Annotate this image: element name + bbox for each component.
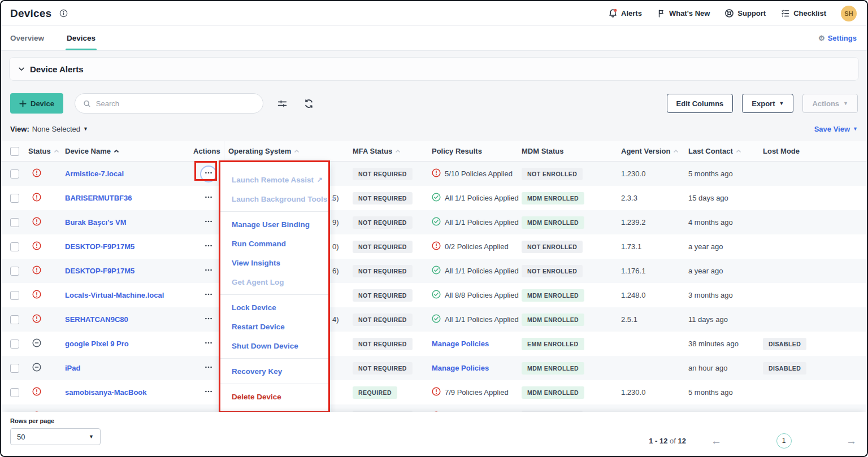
menu-item-launch-background-tools: Launch Background Tools ↗ xyxy=(220,189,329,208)
row-actions-button[interactable] xyxy=(200,360,217,377)
menu-item-shut-down-device[interactable]: Shut Down Device xyxy=(220,336,329,355)
search-box[interactable] xyxy=(75,93,263,114)
table-row: google Pixel 9 ProNOT REQUIREDManage Pol… xyxy=(1,332,867,356)
tab-devices[interactable]: Devices xyxy=(67,26,96,50)
mfa-status-badge: NOT REQUIRED xyxy=(353,314,413,326)
caret-down-icon: ▼ xyxy=(843,101,848,106)
search-input[interactable] xyxy=(96,99,255,108)
table-header-row: Status Device Name Actions Operating Sys… xyxy=(1,141,867,162)
menu-item-recovery-key[interactable]: Recovery Key xyxy=(220,362,329,381)
page-number-button[interactable]: 1 xyxy=(776,433,792,449)
manage-policies-link[interactable]: Manage Policies xyxy=(432,340,489,348)
device-name-link[interactable]: Armistice-7.local xyxy=(65,169,124,178)
manage-policies-link[interactable]: Manage Policies xyxy=(432,364,489,372)
device-name-link[interactable]: DESKTOP-F9P17M5 xyxy=(65,267,134,275)
row-actions-button[interactable] xyxy=(200,190,217,207)
checklist-nav-button[interactable]: Checklist xyxy=(780,8,826,18)
row-actions-button[interactable] xyxy=(200,263,217,280)
os-text-fragment: 6) xyxy=(332,267,339,275)
ellipsis-icon xyxy=(204,314,213,325)
row-checkbox[interactable] xyxy=(10,242,19,251)
menu-item-get-agent-log: Get Agent Log xyxy=(220,272,329,291)
row-checkbox[interactable] xyxy=(10,388,19,397)
alert-status-icon xyxy=(32,387,41,398)
actions-button[interactable]: Actions ▼ xyxy=(802,94,858,113)
save-view-link[interactable]: Save View ▼ xyxy=(814,125,858,133)
device-name-link[interactable]: DESKTOP-F9P17M5 xyxy=(65,242,134,251)
alerts-nav-button[interactable]: Alerts xyxy=(608,8,642,18)
previous-page-arrow[interactable]: ← xyxy=(711,436,722,446)
device-name-link[interactable]: BARISERMUTBF36 xyxy=(65,194,132,202)
device-name-link[interactable]: iPad xyxy=(65,364,80,372)
row-checkbox[interactable] xyxy=(10,267,19,276)
column-header-operating-system[interactable]: Operating System xyxy=(228,147,353,155)
device-alerts-panel[interactable]: Device Alerts xyxy=(9,57,859,81)
device-name-link[interactable]: Locals-Virtual-Machine.local xyxy=(65,291,164,299)
column-header-last-contact[interactable]: Last Contact xyxy=(688,147,763,155)
row-actions-button[interactable] xyxy=(200,238,217,255)
user-avatar[interactable]: SH xyxy=(841,6,857,21)
caret-down-icon: ▼ xyxy=(853,127,858,132)
caret-down-icon[interactable]: ▼ xyxy=(83,127,88,132)
row-checkbox[interactable] xyxy=(10,315,19,324)
edit-columns-button[interactable]: Edit Columns xyxy=(667,94,734,113)
policy-success-icon xyxy=(432,217,441,228)
next-page-arrow[interactable]: → xyxy=(846,436,857,446)
agent-version: 1.176.1 xyxy=(621,267,688,275)
sort-caret-icon xyxy=(294,149,300,154)
table-row: DESKTOP-F9P17M50)NOT REQUIRED0/2 Policie… xyxy=(1,234,867,259)
column-header-mdm-status[interactable]: MDM Status xyxy=(522,147,621,155)
content-strip: Device Alerts Device xyxy=(1,51,867,141)
column-header-status[interactable]: Status xyxy=(28,147,65,155)
export-button[interactable]: Export ▼ xyxy=(742,94,793,113)
row-checkbox[interactable] xyxy=(10,218,19,227)
policy-results-text: 0/2 Policies Applied xyxy=(445,242,509,251)
menu-item-manage-user-binding[interactable]: Manage User Binding xyxy=(220,215,329,234)
device-name-link[interactable]: google Pixel 9 Pro xyxy=(65,340,129,348)
menu-item-run-command[interactable]: Run Command xyxy=(220,234,329,253)
row-actions-button[interactable] xyxy=(200,336,217,352)
caret-down-icon: ▼ xyxy=(89,434,94,439)
select-all-checkbox[interactable] xyxy=(10,147,19,156)
lifebuoy-icon xyxy=(724,8,734,18)
column-header-lost-mode[interactable]: Lost Mode xyxy=(763,147,867,155)
menu-item-view-insights[interactable]: View Insights xyxy=(220,253,329,272)
add-device-button[interactable]: Device xyxy=(10,93,63,114)
row-actions-button[interactable] xyxy=(200,384,217,401)
support-nav-button[interactable]: Support xyxy=(724,8,766,18)
settings-link[interactable]: ⚙ Settings xyxy=(818,26,857,50)
device-name-link[interactable]: Burak Başcı's VM xyxy=(65,218,127,227)
row-checkbox[interactable] xyxy=(10,364,19,373)
tab-overview[interactable]: Overview xyxy=(10,26,44,50)
menu-item-lock-device[interactable]: Lock Device xyxy=(220,298,329,317)
policy-results-text: All 1/1 Policies Applied xyxy=(445,315,519,324)
device-name-link[interactable]: samobisanya-MacBook xyxy=(65,388,147,397)
row-checkbox[interactable] xyxy=(10,169,19,179)
top-bar: Devices Alerts What's New Support Checkl… xyxy=(1,1,867,26)
filter-icon[interactable] xyxy=(275,96,290,111)
row-actions-button[interactable] xyxy=(200,287,217,304)
flag-icon xyxy=(657,9,666,18)
row-actions-button[interactable] xyxy=(200,214,217,231)
rows-per-page-select[interactable]: 50 ▼ xyxy=(10,428,101,445)
menu-item-delete-device[interactable]: Delete Device xyxy=(220,387,329,406)
checklist-icon xyxy=(780,8,790,18)
refresh-icon[interactable] xyxy=(301,96,316,111)
device-name-link[interactable]: SERHATCAN9C80 xyxy=(65,315,128,324)
column-header-agent-version[interactable]: Agent Version xyxy=(621,147,688,155)
column-header-device-name[interactable]: Device Name xyxy=(65,147,193,155)
column-header-policy-results[interactable]: Policy Results xyxy=(432,147,522,155)
column-header-mfa-status[interactable]: MFA Status xyxy=(353,147,432,155)
row-checkbox[interactable] xyxy=(10,291,19,300)
last-contact: an hour ago xyxy=(688,364,763,372)
row-actions-button[interactable] xyxy=(200,311,217,328)
whats-new-nav-button[interactable]: What's New xyxy=(657,9,710,18)
row-checkbox[interactable] xyxy=(10,194,19,203)
tab-bar: Overview Devices ⚙ Settings xyxy=(1,26,867,51)
table-row: SERHATCAN9C804)NOT REQUIREDAll 1/1 Polic… xyxy=(1,307,867,332)
info-icon[interactable] xyxy=(57,7,70,20)
ellipsis-icon xyxy=(204,338,213,349)
row-actions-button[interactable] xyxy=(200,166,217,182)
row-checkbox[interactable] xyxy=(10,340,19,349)
menu-item-restart-device[interactable]: Restart Device xyxy=(220,317,329,336)
